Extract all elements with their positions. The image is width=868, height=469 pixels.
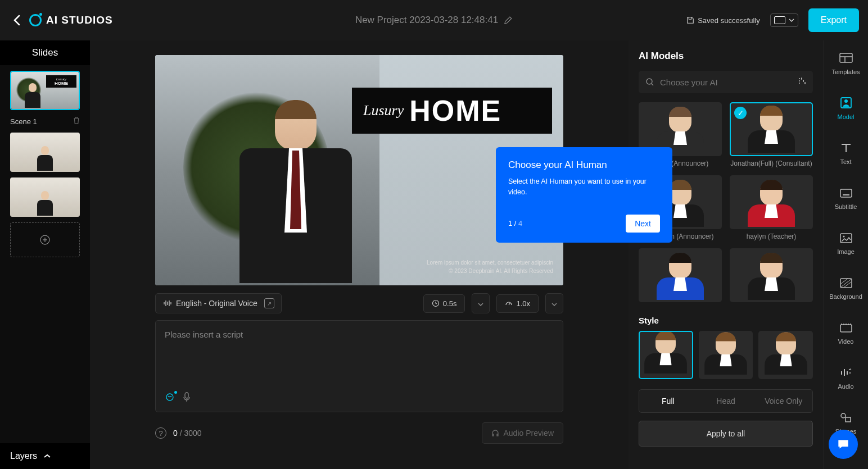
voice-selector[interactable]: English - Original Voice ↗	[155, 293, 282, 313]
speed-dropdown[interactable]	[545, 293, 563, 313]
save-status: Saved successfully	[686, 16, 760, 25]
character-count: 0 / 3000	[173, 429, 202, 438]
rail-item-audio[interactable]: Audio	[829, 363, 864, 393]
microphone-button[interactable]	[183, 392, 191, 405]
expand-icon: ↗	[264, 298, 274, 308]
tooltip-step-current: 1	[508, 219, 512, 227]
plus-icon	[39, 234, 51, 245]
rail-label: Audio	[838, 383, 853, 390]
image-icon	[838, 231, 854, 245]
model-search[interactable]	[639, 71, 813, 93]
header-actions: Saved successfully Export	[686, 8, 859, 32]
rail-item-model[interactable]: Model	[829, 93, 864, 124]
project-title-text: New Project 2023-03-28 12:48:41	[355, 15, 498, 26]
tooltip-body: Select the AI Human you want to use in y…	[508, 176, 660, 198]
tooltip-step: 1 / 4	[508, 219, 522, 227]
slide-thumb-1[interactable]: LusuryHOME	[10, 71, 80, 110]
model-thumb	[730, 175, 813, 229]
help-button[interactable]: ?	[155, 427, 166, 439]
check-icon: ✓	[734, 107, 747, 119]
style-grid	[639, 331, 813, 379]
rail-item-background[interactable]: Background	[829, 273, 864, 303]
canvas-area: Lusury HOME Lorem ipsum dolor sit amet, …	[90, 40, 629, 469]
model-name: haylyn (Teacher)	[730, 233, 813, 240]
rail-item-text[interactable]: Text	[829, 138, 864, 169]
svg-rect-10	[840, 189, 852, 197]
app-header: AI STUDIOS New Project 2023-03-28 12:48:…	[0, 0, 868, 40]
canvas-footer-line1: Lorem ipsum dolor sit amet, consectetuer…	[427, 258, 553, 267]
save-icon	[686, 16, 694, 24]
svg-point-4	[801, 78, 802, 79]
layers-toggle[interactable]: Layers	[0, 443, 90, 469]
timing-button[interactable]: 0.5s	[423, 294, 465, 313]
speed-value: 1.0x	[516, 299, 530, 308]
slide-thumb-3[interactable]	[10, 177, 80, 217]
chevron-down-icon	[789, 19, 794, 22]
rail-label: Templates	[831, 69, 860, 75]
logo-icon	[29, 14, 42, 26]
rail-item-subtittle[interactable]: Subtittle	[829, 183, 864, 213]
model-card-3[interactable]: haylyn (Teacher)	[730, 175, 813, 240]
model-search-input[interactable]	[660, 78, 792, 87]
model-icon	[838, 97, 854, 110]
style-option-1[interactable]	[639, 331, 693, 379]
rail-item-video[interactable]: Video	[829, 318, 864, 348]
text-icon	[838, 142, 854, 155]
style-option-2[interactable]	[699, 331, 753, 379]
canvas-controls: English - Original Voice ↗ 0.5s 1.0x	[155, 293, 563, 313]
style-option-3[interactable]	[758, 331, 813, 379]
model-card-1[interactable]: ✓ Jonathan(Full) (Consultant)	[730, 102, 813, 167]
onboarding-tooltip: Choose your AI Human Select the AI Human…	[496, 147, 672, 243]
chat-support-button[interactable]	[829, 430, 858, 459]
add-slide-button[interactable]	[10, 222, 80, 257]
model-card-4[interactable]	[639, 248, 722, 306]
scene-label: Scene 1	[10, 117, 37, 126]
rail-label: Background	[829, 293, 862, 300]
svg-point-3	[647, 79, 652, 84]
apply-to-all-button[interactable]: Apply to all	[639, 421, 813, 447]
tooltip-next-button[interactable]: Next	[626, 215, 660, 233]
style-section-title: Style	[639, 316, 813, 325]
svg-point-15	[841, 413, 846, 418]
aspect-icon	[774, 16, 785, 24]
svg-rect-14	[840, 325, 852, 332]
canvas-home-text: HOME	[409, 94, 501, 128]
video-icon	[838, 321, 854, 335]
voice-label: English - Original Voice	[176, 299, 257, 308]
rail-label: Subtittle	[835, 203, 857, 210]
ai-assist-button[interactable]	[165, 392, 175, 405]
speed-button[interactable]: 1.0x	[496, 294, 539, 313]
back-button[interactable]	[9, 12, 25, 28]
rail-item-templates[interactable]: Templates	[829, 48, 864, 79]
model-card-5[interactable]	[730, 248, 813, 306]
rail-label: Video	[838, 338, 854, 345]
gauge-icon	[505, 299, 513, 307]
svg-rect-7	[840, 53, 852, 62]
app-logo[interactable]: AI STUDIOS	[29, 14, 113, 26]
slide-thumb-2[interactable]	[10, 133, 80, 172]
slides-panel-title: Slides	[0, 40, 90, 65]
tab-voice-only[interactable]: Voice Only	[754, 390, 812, 412]
script-input[interactable]: Please insert a script	[155, 320, 563, 412]
aspect-ratio-button[interactable]	[770, 13, 798, 27]
slides-list: LusuryHOME Scene 1	[0, 65, 90, 263]
ai-models-panel: AI Models Adam (Announcer) ✓ Jonathan(Fu…	[629, 40, 823, 469]
chat-icon	[836, 437, 851, 452]
voice-icon	[162, 299, 171, 308]
panel-title: AI Models	[639, 51, 813, 62]
delete-scene-button[interactable]	[73, 117, 80, 126]
timing-dropdown[interactable]	[472, 293, 490, 313]
canvas-footer-text: Lorem ipsum dolor sit amet, consectetuer…	[427, 258, 553, 275]
rail-item-image[interactable]: Image	[829, 228, 864, 258]
svg-rect-2	[185, 393, 188, 398]
export-button[interactable]: Export	[808, 8, 859, 32]
tab-full[interactable]: Full	[639, 390, 697, 412]
audio-preview-label: Audio Preview	[504, 429, 554, 438]
svg-rect-16	[846, 417, 851, 422]
project-title[interactable]: New Project 2023-03-28 12:48:41	[355, 15, 513, 26]
filter-button[interactable]	[797, 76, 806, 88]
tooltip-step-total: 4	[518, 219, 522, 227]
audio-preview-button[interactable]: Audio Preview	[482, 422, 564, 444]
scene-label-row: Scene 1	[10, 116, 80, 127]
tab-head[interactable]: Head	[697, 390, 755, 412]
